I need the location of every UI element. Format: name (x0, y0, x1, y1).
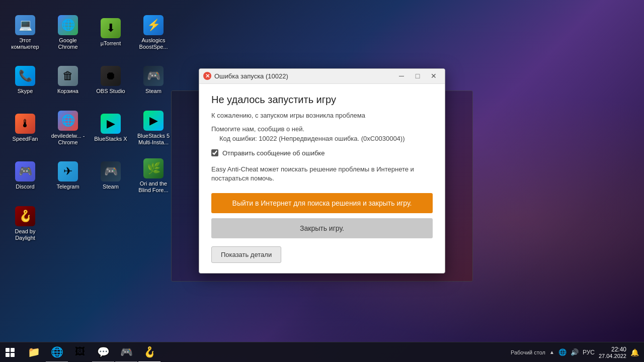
dialog-help-text: Помогите нам, сообщив о ней. (211, 125, 433, 133)
dialog-error-code: Код ошибки: 10022 (Непредвиденная ошибка… (219, 135, 433, 142)
taskbar-screenshot[interactable]: 🖼 (69, 342, 91, 363)
taskbar-date: 27.04.2022 (599, 353, 626, 359)
taskbar-explorer[interactable]: 📁 (23, 342, 45, 363)
windows-logo (6, 348, 15, 357)
taskbar-desktop-label: Рабочий стол (511, 349, 545, 355)
notification-icon[interactable]: 🔔 (630, 348, 639, 356)
dialog-controls: ─ □ ✕ (394, 71, 441, 81)
dialog-close-button[interactable]: ✕ (427, 71, 441, 81)
dialog-title-text: Ошибка запуска (10022) (214, 72, 288, 80)
dialog-eac-text: Easy Anti-Cheat может поискать решение п… (211, 165, 433, 183)
dialog-titlebar: ✕ Ошибка запуска (10022) ─ □ ✕ (199, 69, 445, 84)
start-button[interactable] (0, 342, 20, 363)
taskbar-tray-arrow[interactable]: ▲ (549, 349, 554, 355)
dialog-checkbox-row: Отправить сообщение об ошибке (211, 149, 433, 157)
dialog-body: Не удалось запустить игру К сожалению, с… (199, 84, 445, 273)
taskbar-language: РУС (583, 349, 595, 356)
taskbar-clock[interactable]: 22:40 27.04.2022 (599, 346, 626, 359)
dialog-main-title: Не удалось запустить игру (211, 94, 433, 106)
desktop: 💻 Этот компьютер 🌐 Google Chrome ⬇ µTorr… (0, 0, 644, 362)
dialog-title-left: ✕ Ошибка запуска (10022) (203, 72, 288, 80)
taskbar: 📁 🌐 🖼 💬 🎮 🪝 Рабочий стол ▲ 🌐 🔊 РУС 22:40… (0, 342, 644, 362)
dialog-backdrop: ✕ Ошибка запуска (10022) ─ □ ✕ Не удалос… (0, 0, 644, 342)
taskbar-tray: Рабочий стол ▲ 🌐 🔊 РУС 22:40 27.04.2022 … (511, 346, 644, 359)
search-online-button[interactable]: Выйти в Интернет для поиска решения и за… (211, 193, 433, 213)
send-report-checkbox[interactable] (211, 149, 218, 156)
taskbar-network-icon: 🌐 (558, 348, 567, 356)
taskbar-discord[interactable]: 💬 (92, 342, 114, 363)
show-details-button[interactable]: Показать детали (211, 246, 281, 263)
close-game-button[interactable]: Закрыть игру. (211, 218, 433, 238)
taskbar-dbd[interactable]: 🪝 (138, 342, 160, 363)
dialog-error-icon: ✕ (203, 72, 211, 80)
taskbar-time: 22:40 (611, 346, 626, 353)
taskbar-chrome[interactable]: 🌐 (46, 342, 68, 363)
dialog-minimize-button[interactable]: ─ (394, 71, 409, 81)
taskbar-sound-icon: 🔊 (571, 348, 579, 356)
send-report-label: Отправить сообщение об ошибке (222, 149, 325, 157)
dialog-subtitle: К сожалению, с запуском игры возникла пр… (211, 112, 433, 119)
dialog-maximize-button[interactable]: □ (411, 71, 425, 81)
error-dialog: ✕ Ошибка запуска (10022) ─ □ ✕ Не удалос… (199, 68, 445, 274)
taskbar-steam[interactable]: 🎮 (115, 342, 137, 363)
taskbar-pinned-items: 📁 🌐 🖼 💬 🎮 🪝 (23, 342, 160, 363)
